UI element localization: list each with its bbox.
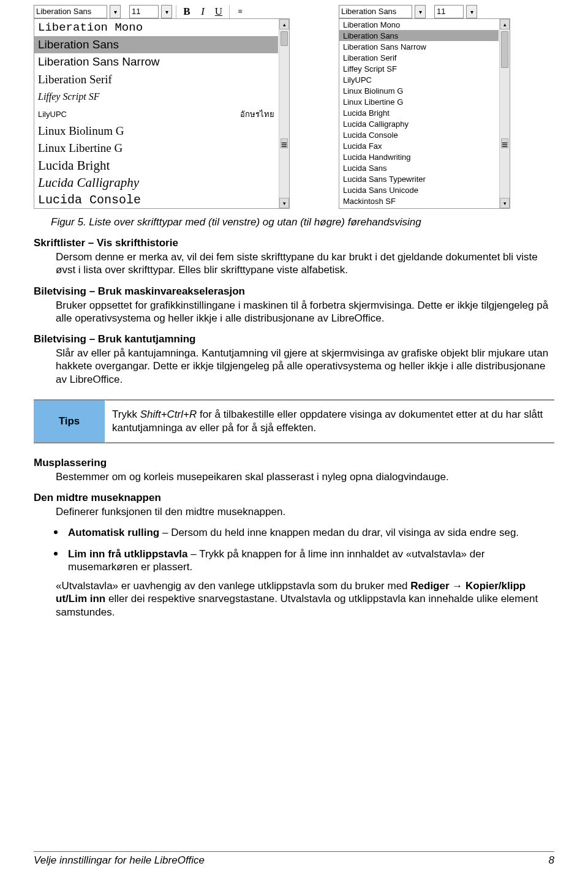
chevron-down-icon: ▾	[114, 9, 117, 15]
toolbar-separator	[176, 5, 176, 18]
font-list-item[interactable]: Liberation Sans Narrow	[34, 53, 278, 70]
tips-shortcut: Shift+Ctrl+R	[140, 409, 197, 420]
font-name-dropdown-button[interactable]: ▾	[415, 5, 426, 18]
chevron-down-icon: ▾	[419, 9, 422, 15]
font-list-item[interactable]: Lucida Console	[339, 129, 499, 140]
paragraph: Bestemmer om og korleis musepeikaren ska…	[56, 470, 554, 483]
bullet-strong: Automatisk rulling	[68, 527, 159, 538]
font-list-item-selected[interactable]: Liberation Sans	[339, 30, 499, 41]
paragraph: Bruker oppsettet for grafikkinstillingan…	[56, 299, 554, 325]
font-size-dropdown-button[interactable]: ▾	[466, 5, 477, 18]
font-list-item[interactable]: Liffey Script SF	[34, 88, 278, 105]
font-list-right[interactable]: Liberation Mono Liberation Sans Liberati…	[339, 18, 510, 209]
font-list-item[interactable]: Liberation Mono	[34, 19, 278, 36]
scroll-down-button[interactable]: ▾	[500, 198, 510, 208]
scroll-up-button[interactable]: ▴	[500, 19, 510, 29]
font-list-item[interactable]: Liberation Mono	[339, 19, 499, 30]
tips-box: Tips Trykk Shift+Ctrl+R for å tilbakesti…	[34, 399, 554, 443]
scrollbar[interactable]: ▴ ≡ ▾	[499, 19, 510, 208]
font-list-item[interactable]: Liffey Script SF	[339, 63, 499, 74]
bullet-item: Automatisk rulling – Dersom du held inne…	[66, 524, 554, 539]
formatting-toolbar-left: ▾ ▾ B I U ≡	[34, 5, 290, 18]
text-run: eller dei respektive snarvegstastane. Ut…	[56, 593, 538, 617]
font-list-item[interactable]: Lucida Bright	[34, 157, 278, 175]
font-list-item[interactable]: LilyUPCอักษรไทย	[34, 105, 278, 122]
font-name-combo[interactable]	[34, 5, 107, 18]
font-list-item[interactable]: Lucida Bright	[339, 107, 499, 118]
font-preview-panel-left: ▾ ▾ B I U ≡ Liberation Mono Liberation S…	[34, 5, 290, 209]
text-run: «Utvalstavla» er uavhengig av den vanleg…	[56, 580, 410, 592]
paragraph: Slår av eller på kantujamninga. Kantutja…	[56, 347, 554, 386]
font-list-item[interactable]: Linux Libertine G	[339, 96, 499, 107]
footer-title: Velje innstillingar for heile LibreOffic…	[34, 854, 205, 867]
page-number: 8	[549, 854, 554, 867]
font-list-item-selected[interactable]: Liberation Sans	[34, 36, 278, 53]
figure-caption: Figur 5. Liste over skrifttypar med (til…	[51, 216, 554, 228]
page-footer: Velje innstillingar for heile LibreOffic…	[34, 851, 554, 867]
formatting-toolbar-right: ▾ ▾	[339, 5, 510, 18]
font-list-item[interactable]: Linux Libertine G	[34, 140, 278, 157]
font-list-item[interactable]: Liberation Sans Narrow	[339, 41, 499, 52]
font-size-dropdown-button[interactable]: ▾	[161, 5, 172, 18]
font-name-input[interactable]	[36, 6, 139, 17]
bullet-list: Automatisk rulling – Dersom du held inne…	[66, 524, 554, 573]
scroll-down-button[interactable]: ▾	[279, 198, 289, 208]
font-list-item[interactable]: Lucida Sans Typewriter	[339, 173, 499, 184]
scroll-thumb[interactable]	[501, 31, 508, 68]
font-list-item[interactable]: Liberation Serif	[34, 71, 278, 88]
scroll-page-marker[interactable]: ≡	[281, 138, 288, 148]
font-list-item[interactable]: Lucida Fax	[339, 140, 499, 151]
font-list-item[interactable]: Liberation Serif	[339, 52, 499, 63]
paragraph: Definerer funksjonen til den midtre muse…	[56, 505, 554, 518]
font-list-item[interactable]: Linux Biolinum G	[339, 85, 499, 96]
bold-button[interactable]: B	[180, 5, 194, 18]
font-preview-panel-right: ▾ ▾ Liberation Mono Liberation Sans Libe…	[339, 5, 510, 209]
align-left-button[interactable]: ≡	[233, 5, 247, 18]
font-list-item[interactable]: Lucida Sans	[339, 162, 499, 173]
font-list-item[interactable]: Mackintosh SF	[339, 195, 499, 206]
chevron-down-icon: ▾	[165, 9, 168, 15]
paragraph: Dersom denne er merka av, vil dei fem si…	[56, 250, 554, 277]
scroll-page-marker[interactable]: ≡	[501, 138, 508, 148]
italic-button[interactable]: I	[196, 5, 209, 18]
bullet-text: – Dersom du held inne knappen medan du d…	[159, 527, 519, 538]
font-size-input[interactable]	[437, 6, 460, 17]
section-heading: Biletvising – Bruk kantutjamning	[34, 333, 554, 345]
figure-5: ▾ ▾ B I U ≡ Liberation Mono Liberation S…	[34, 5, 554, 209]
font-size-combo[interactable]	[434, 5, 464, 18]
font-size-combo[interactable]	[129, 5, 159, 18]
font-name-input[interactable]	[341, 6, 444, 17]
section-heading: Biletvising – Bruk maskinvareakselerasjo…	[34, 285, 554, 298]
font-list-item[interactable]: Lucida Calligraphy	[339, 118, 499, 129]
font-list-item[interactable]: Linux Biolinum G	[34, 122, 278, 140]
tips-label: Tips	[34, 400, 106, 443]
tips-body: Trykk Shift+Ctrl+R for å tilbakestille e…	[106, 400, 554, 443]
font-size-input[interactable]	[132, 6, 155, 17]
section-heading: Den midtre museknappen	[34, 492, 554, 504]
paragraph: «Utvalstavla» er uavhengig av den vanleg…	[56, 579, 554, 619]
font-list-item[interactable]: Lucida Console	[34, 192, 278, 208]
font-list-item[interactable]: Lucida Sans Unicode	[339, 184, 499, 195]
font-list-item[interactable]: Lucida Calligraphy	[34, 175, 278, 192]
font-list-item[interactable]: LilyUPC	[339, 74, 499, 85]
tips-text: Trykk	[112, 409, 140, 420]
bullet-strong: Lim inn frå utklippstavla	[68, 548, 188, 560]
scroll-thumb[interactable]	[281, 31, 288, 46]
toolbar-separator	[229, 5, 230, 18]
scroll-up-button[interactable]: ▴	[279, 19, 289, 29]
font-list-left[interactable]: Liberation Mono Liberation Sans Liberati…	[34, 18, 290, 209]
scrollbar[interactable]: ▴ ≡ ▾	[279, 19, 289, 208]
underline-button[interactable]: U	[212, 5, 225, 18]
font-name-combo[interactable]	[339, 5, 412, 18]
section-heading: Skriftlister – Vis skrifthistorie	[34, 237, 554, 249]
font-list-item[interactable]: Lucida Handwriting	[339, 151, 499, 162]
chevron-down-icon: ▾	[470, 9, 473, 15]
section-heading: Musplassering	[34, 457, 554, 469]
bullet-item: Lim inn frå utklippstavla – Trykk på kna…	[66, 546, 554, 574]
font-name-dropdown-button[interactable]: ▾	[110, 5, 121, 18]
